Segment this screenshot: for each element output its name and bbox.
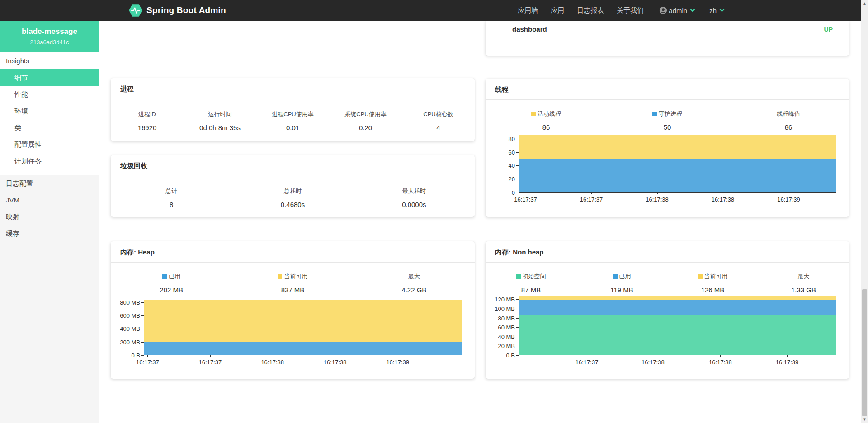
stat-系统CPU使用率: 系统CPU使用率0.20 (329, 110, 402, 132)
chevron-down-icon (690, 9, 695, 12)
x-tick (653, 355, 653, 357)
y-tick (141, 302, 144, 303)
stat-进程ID: 进程ID16920 (111, 110, 184, 132)
threads-card: 线程 活动线程86守护进程50线程峰值86 02040608016:17:371… (486, 79, 849, 217)
sidebar-item-环境[interactable]: 环境 (0, 103, 99, 119)
legend-swatch-icon (516, 274, 521, 279)
x-tick (519, 193, 519, 194)
nav-link-关于我们[interactable]: 关于我们 (617, 6, 644, 15)
legend-swatch-icon (698, 274, 703, 279)
memory-heap-card: 内存: Heap 已用202 MB当前可用837 MB最大4.22 GB 0 B… (111, 241, 475, 379)
spring-boot-admin-logo-icon (129, 4, 142, 17)
sidebar-item-配置属性[interactable]: 配置属性 (0, 136, 99, 153)
y-tick (516, 346, 519, 346)
legend-swatch-icon (613, 274, 618, 279)
divider (499, 38, 836, 38)
y-tick-label: 200 MB (120, 338, 140, 345)
process-stats: 进程ID16920运行时间0d 0h 8m 35s进程CPU使用率0.01系统C… (111, 99, 475, 132)
user-menu[interactable]: admin (656, 6, 695, 14)
threads-chart: 02040608016:17:3716:17:3716:17:3816:17:3… (519, 132, 836, 193)
chart-area-守护进程 (519, 159, 836, 193)
sidebar-item-日志配置[interactable]: 日志配置 (0, 175, 99, 192)
y-tick-label: 100 MB (495, 305, 515, 312)
x-tick-label: 16:17:38 (709, 359, 732, 366)
stat-活动线程: 活动线程86 (486, 110, 607, 131)
memory-non-heap-chart: 0 B20 MB40 MB60 MB80 MB100 MB120 MB16:17… (519, 295, 836, 355)
x-tick (720, 355, 721, 357)
process-card: 进程 进程ID16920运行时间0d 0h 8m 35s进程CPU使用率0.01… (111, 78, 475, 141)
threads-stats: 活动线程86守护进程50线程峰值86 (486, 100, 849, 131)
y-tick (141, 329, 144, 329)
chart-area-已用 (144, 342, 462, 355)
main-content: dashboard UP 进程 进程ID16920运行时间0d 0h 8m 35… (99, 21, 861, 423)
nav-link-应用[interactable]: 应用 (551, 6, 564, 15)
legend-swatch-icon (278, 274, 282, 279)
stat-label: CPU核心数 (402, 110, 475, 118)
stat-label: 初始空间 (486, 273, 576, 281)
nav-link-日志报表[interactable]: 日志报表 (577, 6, 604, 15)
scroll-up-arrow-icon[interactable]: ▲ (861, 0, 868, 7)
y-tick (516, 309, 519, 309)
y-tick-label: 120 MB (495, 296, 515, 303)
application-row[interactable]: dashboard UP (486, 21, 849, 38)
sidebar-item-映射[interactable]: 映射 (0, 208, 99, 225)
y-tick-label: 20 MB (498, 343, 515, 349)
sidebar-item-性能[interactable]: 性能 (0, 86, 99, 103)
stat-已用: 已用202 MB (111, 273, 232, 294)
stat-label: 总耗时 (232, 187, 353, 195)
navbar-menu: 应用墙应用日志报表关于我们 admin zh (505, 0, 725, 21)
nav-links: 应用墙应用日志报表关于我们 (505, 6, 644, 15)
stat-value: 0.0000s (354, 201, 475, 208)
stat-进程CPU使用率: 进程CPU使用率0.01 (256, 110, 329, 132)
y-axis-top-tick (515, 295, 519, 295)
sidebar-item-insights[interactable]: Insights (0, 52, 99, 69)
stat-value: 86 (486, 123, 607, 131)
stat-value: 86 (728, 123, 849, 131)
stat-总耗时: 总耗时0.4680s (232, 187, 353, 208)
stat-最大: 最大1.33 GB (758, 273, 849, 294)
x-tick-label: 16:17:39 (777, 196, 800, 203)
y-tick (516, 318, 519, 319)
x-tick-label: 16:17:37 (199, 359, 222, 366)
stat-value: 837 MB (232, 286, 353, 294)
y-tick (141, 315, 144, 316)
sidebar-item-缓存[interactable]: 缓存 (0, 225, 99, 242)
stat-value: 0.20 (329, 124, 402, 132)
stat-CPU核心数: CPU核心数4 (402, 110, 475, 132)
y-tick (516, 299, 519, 300)
x-tick (519, 355, 519, 357)
application-name: blade-message (3, 27, 96, 36)
application-status-card: dashboard UP (486, 21, 849, 56)
x-tick-label: 16:17:39 (386, 359, 409, 366)
y-tick-label: 40 MB (498, 333, 515, 340)
stat-value: 119 MB (576, 286, 667, 294)
gc-card-title: 垃圾回收 (111, 155, 475, 176)
nav-link-应用墙[interactable]: 应用墙 (518, 6, 538, 15)
stat-初始空间: 初始空间87 MB (486, 273, 576, 294)
memory-non-heap-card: 内存: Non heap 初始空间87 MB已用119 MB当前可用126 MB… (486, 241, 849, 379)
x-tick (591, 193, 592, 194)
sidebar-item-类[interactable]: 类 (0, 119, 99, 136)
status-badge: UP (824, 26, 833, 33)
top-navbar: Spring Boot Admin 应用墙应用日志报表关于我们 admin zh (0, 0, 861, 21)
sidebar-item-细节[interactable]: 细节 (0, 69, 99, 86)
x-tick (335, 355, 335, 357)
x-tick-label: 16:17:37 (136, 359, 159, 366)
sidebar-item-JVM[interactable]: JVM (0, 192, 99, 208)
stat-value: 8 (111, 201, 232, 208)
user-avatar-icon (659, 6, 667, 14)
x-axis-line (519, 355, 836, 355)
y-tick-label: 60 MB (498, 324, 515, 331)
x-tick-label: 16:17:37 (576, 359, 599, 366)
stat-label: 当前可用 (232, 273, 353, 281)
stat-已用: 已用119 MB (576, 273, 667, 294)
language-menu[interactable]: zh (709, 7, 725, 14)
y-tick-label: 0 B (506, 352, 515, 359)
brand[interactable]: Spring Boot Admin (129, 0, 226, 21)
memory-heap-chart: 0 B200 MB400 MB600 MB800 MB16:17:3716:17… (144, 295, 462, 355)
sidebar-item-计划任务[interactable]: 计划任务 (0, 153, 99, 169)
threads-card-title: 线程 (486, 79, 849, 100)
scrollbar-thumb[interactable] (862, 289, 867, 416)
chart-area-初始空间 (519, 315, 836, 355)
scroll-down-arrow-icon[interactable]: ▼ (861, 416, 868, 423)
